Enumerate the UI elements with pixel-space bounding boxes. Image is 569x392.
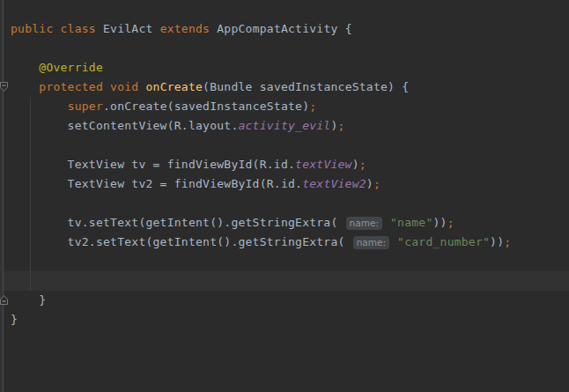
code-line[interactable]: setContentView(R.layout.activity_evil);	[11, 116, 569, 136]
code-line[interactable]	[11, 194, 569, 213]
token-plain	[383, 216, 390, 229]
token-string: "card_number"	[397, 235, 490, 248]
token-plain: .onCreate(savedInstanceState)	[103, 100, 309, 113]
token-keyword: extends	[160, 22, 211, 35]
token-plain: TextView tv = findViewById(R.id.	[11, 158, 295, 171]
code-line[interactable]: @Override	[11, 58, 569, 78]
code-line[interactable]	[11, 271, 569, 291]
code-line[interactable]: public class EvilAct extends AppCompatAc…	[11, 19, 569, 39]
token-plain: (Bundle savedInstanceState) {	[203, 80, 409, 93]
token-field: textView2	[302, 177, 366, 190]
token-method: onCreate	[145, 80, 203, 93]
token-plain: }	[11, 313, 18, 326]
token-plain: ))	[432, 216, 447, 229]
token-plain: tv2.setText(getIntent().getStringExtra(	[11, 235, 352, 248]
token-keyword: void	[110, 80, 138, 93]
token-plain: )	[366, 177, 373, 190]
code-line[interactable]: TextView tv = findViewById(R.id.textView…	[11, 155, 569, 174]
token-plain: AppCompatActivity {	[210, 22, 352, 35]
code-line[interactable]: tv2.setText(getIntent().getStringExtra( …	[11, 233, 569, 252]
token-plain: tv.setText(getIntent().getStringExtra(	[11, 216, 345, 229]
token-plain: EvilAct	[96, 22, 160, 35]
token-plain: ))	[490, 235, 504, 248]
parameter-hint-pill: name:	[346, 217, 382, 230]
token-plain	[103, 80, 110, 93]
code-line[interactable]: protected void onCreate(Bundle savedInst…	[11, 78, 569, 97]
token-keyword: protected	[39, 80, 103, 93]
code-line[interactable]	[11, 252, 569, 271]
token-plain: )	[352, 158, 359, 171]
code-line[interactable]: }	[11, 291, 569, 310]
token-plain: }	[11, 293, 46, 307]
token-plain: TextView tv2 = findViewById(R.id.	[11, 177, 302, 190]
token-plain	[53, 22, 60, 35]
token-keyword: super	[68, 100, 103, 113]
code-editor: public class EvilAct extends AppCompatAc…	[0, 0, 569, 392]
token-field: textView	[295, 158, 352, 171]
token-annotation: @Override	[39, 61, 103, 74]
token-plain	[390, 235, 397, 248]
token-semi: ;	[338, 119, 345, 132]
code-line[interactable]: TextView tv2 = findViewById(R.id.textVie…	[11, 174, 569, 194]
code-line[interactable]: super.onCreate(savedInstanceState);	[11, 97, 569, 116]
parameter-hint-pill: name:	[353, 236, 389, 249]
token-plain: setContentView(R.layout.	[11, 119, 238, 132]
token-keyword: class	[61, 22, 96, 35]
token-semi: ;	[504, 235, 511, 248]
code-line[interactable]: tv.setText(getIntent().getStringExtra( n…	[11, 213, 569, 233]
token-plain: )	[330, 119, 337, 132]
token-plain	[11, 80, 39, 93]
token-semi: ;	[359, 158, 366, 171]
token-string: "name"	[390, 216, 432, 229]
code-line[interactable]: }	[11, 310, 569, 329]
token-plain	[11, 61, 39, 74]
token-field: activity_evil	[238, 119, 330, 132]
token-semi: ;	[447, 216, 454, 229]
code-lines: public class EvilAct extends AppCompatAc…	[0, 0, 569, 329]
code-line[interactable]	[11, 39, 569, 58]
token-semi: ;	[373, 177, 381, 190]
code-line[interactable]	[11, 136, 569, 155]
token-semi: ;	[309, 100, 316, 113]
token-keyword: public	[11, 22, 53, 35]
token-plain	[11, 100, 68, 113]
